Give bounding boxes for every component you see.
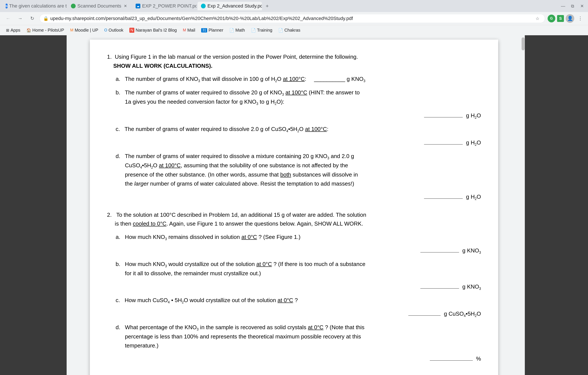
bookmark-moodle[interactable]: M Moodle | UP — [67, 26, 101, 34]
bookmark-chakras[interactable]: 📄 Chakras — [276, 26, 303, 34]
narayan-icon: N — [129, 28, 134, 33]
home-label: Home - PilotsUP — [32, 28, 64, 33]
chakras-icon: 📄 — [278, 28, 283, 33]
tab2-favicon — [71, 4, 76, 8]
q1c-text: c. The number of grams of water required… — [116, 125, 481, 134]
profile-button[interactable]: 👤 — [566, 14, 574, 23]
home-icon: 🏠 — [26, 28, 31, 33]
close-button[interactable]: ✕ — [578, 2, 586, 10]
q2d-answer: % — [116, 354, 481, 363]
q2d-text: d. What percentage of the KNO3 in the sa… — [116, 323, 481, 350]
tab-powerpoint[interactable]: ☁ EXP 2_POWER POINT.pdf - OneD ✕ — [132, 2, 197, 10]
apps-label: Apps — [10, 28, 21, 33]
q2b-answer: g KNO3 — [116, 282, 481, 291]
q2d: d. What percentage of the KNO3 in the sa… — [116, 323, 481, 363]
moodle-icon: M — [70, 28, 73, 32]
q1a-text: a. The number of grams of KNO3 that will… — [116, 75, 481, 84]
forward-button[interactable]: → — [15, 14, 25, 23]
tab4-favicon — [201, 4, 206, 8]
q1-intro-text: Using Figure 1 in the lab manual or the … — [115, 54, 358, 60]
apps-icon: ⊞ — [6, 28, 9, 33]
bookmarks-bar: ⊞ Apps 🏠 Home - PilotsUP M Moodle | UP O… — [0, 25, 588, 35]
planner-label: Planner — [209, 28, 223, 33]
narayan-label: Narayan Bal's I2 Blog — [136, 28, 177, 33]
q1d-text: d. The number of grams of water required… — [116, 152, 481, 188]
tab1-favicon: b — [6, 4, 8, 8]
chakras-label: Chakras — [284, 28, 300, 33]
url-bar[interactable]: 🔒 upedu-my.sharepoint.com/personal/bal23… — [40, 14, 545, 23]
q1a: a. The number of grams of KNO3 that will… — [116, 75, 481, 84]
question-1: 1. Using Figure 1 in the lab manual or t… — [107, 53, 481, 202]
moodle-label: Moodle | UP — [74, 28, 98, 33]
tab1-label: The given calculations are to be — [9, 3, 67, 9]
pdf-viewport[interactable]: 1. Using Figure 1 in the lab manual or t… — [67, 35, 521, 375]
math-label: Math — [235, 28, 245, 33]
planner-icon: 31 — [201, 28, 207, 32]
sidebar-right — [521, 35, 588, 375]
restore-button[interactable]: ⧉ — [569, 2, 576, 10]
bookmark-math[interactable]: 📄 Math — [227, 26, 247, 34]
user-avatar-green[interactable]: G — [548, 15, 555, 22]
q2c-answer: g CuSO4•5H2O — [116, 310, 481, 319]
scrollbar[interactable] — [521, 35, 525, 375]
q1b-answer: g H2O — [116, 111, 481, 120]
content-area: 1. Using Figure 1 in the lab manual or t… — [0, 35, 588, 375]
q2c: c. How much CuSO4 • 5H2O would crystalli… — [116, 296, 481, 319]
q1-bold-text: SHOW ALL WORK (CALCULATIONS). — [113, 63, 212, 69]
q2a-answer: g KNO3 — [116, 246, 481, 256]
bookmark-mail[interactable]: M Mail — [180, 26, 198, 34]
q2c-text: c. How much CuSO4 • 5H2O would crystalli… — [116, 296, 481, 305]
pdf-content: 1. Using Figure 1 in the lab manual or t… — [107, 53, 481, 363]
new-tab-button[interactable]: + — [263, 2, 272, 10]
tab3-label: EXP 2_POWER POINT.pdf - OneD — [142, 3, 197, 9]
tab-advanced-study[interactable]: Exp 2_Advanced Study.pdf ✕ — [198, 2, 262, 10]
bookmark-outlook[interactable]: O Outlook — [102, 26, 126, 34]
training-label: Training — [257, 28, 273, 33]
browser-actions: G S 👤 ⋮ — [548, 14, 585, 23]
refresh-button[interactable]: ↻ — [28, 14, 37, 23]
url-text: upedu-my.sharepoint.com/personal/bal23_u… — [50, 16, 532, 21]
tab2-close[interactable]: ✕ — [123, 3, 128, 9]
bookmark-training[interactable]: 📄 Training — [248, 26, 275, 34]
q1b: b. The number of grams of water required… — [116, 88, 481, 120]
sidebar-left — [0, 35, 67, 375]
q1-intro: 1. Using Figure 1 in the lab manual or t… — [107, 53, 481, 70]
mail-icon: M — [183, 28, 186, 32]
window-actions: — ⧉ ✕ — [559, 2, 586, 10]
q2-intro: 2. To the solution at 100°C described in… — [107, 211, 481, 228]
minimize-button[interactable]: — — [559, 2, 567, 10]
address-bar: ← → ↻ 🔒 upedu-my.sharepoint.com/personal… — [0, 12, 588, 25]
q1c: c. The number of grams of water required… — [116, 125, 481, 148]
tab-calculations[interactable]: b The given calculations are to be ✕ — [2, 2, 67, 10]
back-button[interactable]: ← — [3, 14, 13, 23]
title-bar: b The given calculations are to be ✕ Sca… — [0, 0, 588, 12]
q2a-text: a. How much KNO3 remains dissolved in so… — [116, 233, 481, 242]
browser-menu-button[interactable]: ⋮ — [576, 14, 585, 23]
browser-chrome: b The given calculations are to be ✕ Sca… — [0, 0, 588, 35]
s-badge[interactable]: S — [557, 15, 564, 22]
bookmark-home-pilotsup[interactable]: 🏠 Home - PilotsUP — [24, 26, 67, 34]
bookmark-narayan[interactable]: N Narayan Bal's I2 Blog — [127, 26, 179, 34]
q1b-text: b. The number of grams of water required… — [116, 88, 481, 107]
bookmark-apps[interactable]: ⊞ Apps — [3, 26, 23, 34]
q2a: a. How much KNO3 remains dissolved in so… — [116, 233, 481, 256]
outlook-icon: O — [104, 28, 107, 32]
scrollbar-thumb[interactable] — [522, 37, 525, 50]
q2b: b. How much KNO3 would crystallize out o… — [116, 260, 481, 291]
tab-scanned-docs[interactable]: Scanned Documents ✕ — [67, 2, 131, 10]
bookmark-planner[interactable]: 31 Planner — [199, 26, 226, 34]
pdf-page: 1. Using Figure 1 in the lab manual or t… — [90, 40, 498, 375]
tab2-label: Scanned Documents — [77, 3, 121, 9]
q1c-answer: g H2O — [116, 138, 481, 148]
q1d-answer: g H2O — [116, 193, 481, 202]
lock-icon: 🔒 — [43, 16, 49, 21]
question-2: 2. To the solution at 100°C described in… — [107, 211, 481, 363]
bookmark-star-button[interactable]: ☆ — [534, 15, 541, 22]
math-icon: 📄 — [229, 28, 234, 33]
url-actions: ☆ — [534, 15, 541, 22]
tab4-label: Exp 2_Advanced Study.pdf — [207, 3, 262, 9]
q1d: d. The number of grams of water required… — [116, 152, 481, 202]
tab3-favicon: ☁ — [136, 4, 140, 8]
training-icon: 📄 — [251, 28, 256, 33]
q2b-text: b. How much KNO3 would crystallize out o… — [116, 260, 481, 278]
